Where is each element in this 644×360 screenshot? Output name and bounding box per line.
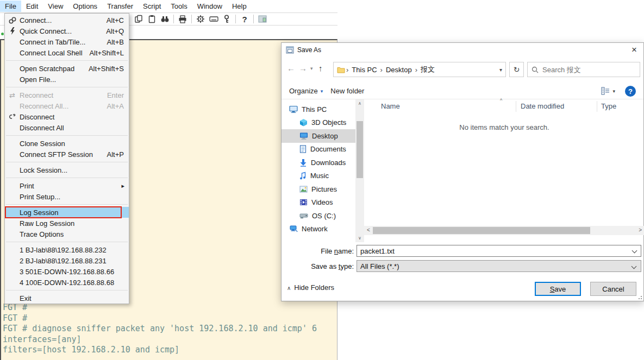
menu-item-print[interactable]: Print ▸	[5, 180, 129, 191]
menu-item-recent-session-2[interactable]: 2 BJ-lab\88\192.168.88.231	[5, 255, 129, 266]
menu-item-exit[interactable]: Exit	[5, 293, 129, 304]
file-name-label: File name:	[282, 247, 354, 255]
cancel-button[interactable]: Cancel	[590, 282, 636, 296]
forward-icon[interactable]: →	[299, 64, 307, 73]
key-icon[interactable]	[220, 14, 233, 24]
resize-grip-icon[interactable]	[641, 298, 642, 299]
scrollbar-thumb[interactable]	[357, 121, 363, 178]
find-icon[interactable]	[158, 14, 171, 24]
toolbar-separator	[191, 15, 192, 23]
view-options-button[interactable]: ▾	[601, 87, 615, 95]
menu-item-open-file[interactable]: Open File...	[5, 74, 129, 85]
file-name-input[interactable]	[357, 245, 641, 257]
command-bar: Organize ▾ New folder ▾ ?	[282, 83, 643, 99]
dialog-title-bar[interactable]: Save As	[282, 43, 643, 57]
help-icon[interactable]: ?	[238, 14, 251, 24]
menu-item-lock-session[interactable]: Lock Session...	[5, 165, 129, 175]
menu-view[interactable]: View	[43, 1, 68, 12]
menu-tools[interactable]: Tools	[166, 1, 192, 12]
scroll-down-icon[interactable]: ∨	[355, 236, 364, 241]
menu-item-recent-session-1[interactable]: 1 BJ-lab\88\192.168.88.232	[5, 244, 129, 255]
menu-item-log-session[interactable]: Log Session	[5, 207, 129, 218]
help-icon: ?	[628, 87, 633, 96]
sidebar-item-downloads[interactable]: Downloads	[282, 156, 355, 169]
new-folder-button[interactable]: New folder	[330, 87, 364, 95]
sidebar-item-os-c[interactable]: OS (C:)	[282, 209, 355, 223]
organize-button[interactable]: Organize ▾	[289, 87, 323, 95]
scroll-right-icon[interactable]: >	[639, 227, 642, 233]
hide-folders-button[interactable]: ∧Hide Folders	[287, 283, 334, 292]
menu-item-trace-options[interactable]: Trace Options	[5, 229, 129, 239]
menu-item-connect-local-shell[interactable]: Connect Local Shell Alt+Shift+L	[5, 47, 129, 58]
refresh-button[interactable]: ↻	[509, 62, 524, 77]
scroll-left-icon[interactable]: <	[367, 227, 370, 233]
sidebar-item-network[interactable]: Network	[282, 223, 355, 236]
sidebar-item-pictures[interactable]: Pictures	[282, 182, 355, 196]
menu-item-recent-session-4[interactable]: 4 100E-DOWN-192.168.88.68	[5, 277, 129, 288]
sidebar-scrollbar[interactable]: ∧ ∨	[355, 99, 364, 242]
copy-icon[interactable]	[132, 14, 145, 24]
menu-options[interactable]: Options	[68, 1, 102, 12]
scroll-up-icon[interactable]: ∧	[355, 101, 364, 106]
screen: File Edit View Options Transfer Script T…	[0, 0, 644, 360]
menu-item-connect-sftp-session[interactable]: Connect SFTP Session Alt+P	[5, 149, 129, 160]
menu-item-connect-in-tab[interactable]: Connect in Tab/Tile... Alt+B	[5, 36, 129, 47]
menu-script[interactable]: Script	[138, 1, 166, 12]
sort-ascending-icon: ^	[500, 98, 502, 103]
sidebar-item-3d-objects[interactable]: 3D Objects	[282, 116, 355, 130]
sidebar-item-this-pc[interactable]: This PC	[282, 103, 355, 116]
horizontal-scrollbar[interactable]: < >	[364, 226, 644, 235]
menu-item-open-scratchpad[interactable]: Open Scratchpad Alt+Shift+S	[5, 63, 129, 74]
column-name[interactable]: Name	[381, 102, 400, 110]
session-options-icon[interactable]	[194, 14, 207, 24]
address-bar[interactable]: › This PC › Desktop › 报文 ▾	[333, 62, 506, 77]
save-as-window-icon	[286, 46, 294, 54]
save-type-select[interactable]: All Files (*.*)	[357, 260, 641, 272]
sidebar-item-videos[interactable]: Videos	[282, 196, 355, 210]
menu-file[interactable]: File	[0, 1, 21, 12]
history-dropdown-icon[interactable]: ▾	[310, 66, 313, 71]
sidebar-item-desktop[interactable]: Desktop	[282, 129, 355, 143]
menu-item-disconnect-all[interactable]: Disconnect All	[5, 122, 129, 133]
breadcrumb-baowen[interactable]: 报文	[418, 65, 437, 74]
search-box[interactable]	[527, 62, 640, 77]
print-icon[interactable]	[176, 14, 189, 24]
search-input[interactable]	[542, 66, 638, 74]
breadcrumb-this-pc[interactable]: This PC	[349, 66, 379, 74]
sidebar-item-documents[interactable]: Documents	[282, 143, 355, 156]
menu-transfer[interactable]: Transfer	[102, 1, 138, 12]
breadcrumb-separator: ›	[345, 66, 349, 74]
session-tab-icon[interactable]	[256, 14, 269, 24]
address-dropdown-icon[interactable]: ▾	[499, 67, 502, 73]
column-divider[interactable]	[516, 101, 516, 112]
navigation-pane: This PC 3D Objects Desktop Documents Dow…	[282, 99, 355, 242]
up-icon[interactable]: ↑	[318, 64, 323, 73]
menu-item-raw-log-session[interactable]: Raw Log Session	[5, 218, 129, 229]
help-button[interactable]: ?	[625, 86, 636, 97]
empty-results-message: No items match your search.	[364, 123, 644, 131]
menu-item-print-setup[interactable]: Print Setup...	[5, 191, 129, 202]
keymap-icon[interactable]	[207, 14, 220, 24]
menu-item-recent-session-3[interactable]: 3 501E-DOWN-192.168.88.66	[5, 266, 129, 277]
menu-item-clone-session[interactable]: Clone Session	[5, 138, 129, 149]
close-icon[interactable]: ×	[632, 45, 637, 55]
column-date-modified[interactable]: Date modified	[521, 102, 564, 110]
paste-icon[interactable]	[145, 14, 158, 24]
menu-edit[interactable]: Edit	[21, 1, 43, 12]
save-button[interactable]: Save	[535, 282, 581, 296]
scrollbar-thumb[interactable]	[373, 227, 590, 234]
menu-window[interactable]: Window	[192, 1, 227, 12]
column-type[interactable]: Type	[601, 102, 616, 110]
menu-item-disconnect[interactable]: Disconnect	[5, 111, 129, 122]
menu-item-quick-connect[interactable]: Quick Connect... Alt+Q	[5, 26, 129, 36]
reconnect-icon: ⇄	[5, 91, 20, 99]
menu-help[interactable]: Help	[227, 1, 252, 12]
back-icon[interactable]: ←	[287, 64, 295, 73]
terminal-line: interfaces=[any]	[3, 334, 317, 345]
menu-item-reconnect-all: Reconnect All... Alt+A	[5, 100, 129, 111]
breadcrumb-desktop[interactable]: Desktop	[384, 66, 414, 74]
file-menu-dropdown: Connect... Alt+C Quick Connect... Alt+Q …	[4, 13, 129, 304]
sidebar-item-music[interactable]: Music	[282, 169, 355, 183]
menu-item-connect[interactable]: Connect... Alt+C	[5, 15, 129, 26]
column-divider[interactable]	[597, 101, 597, 112]
